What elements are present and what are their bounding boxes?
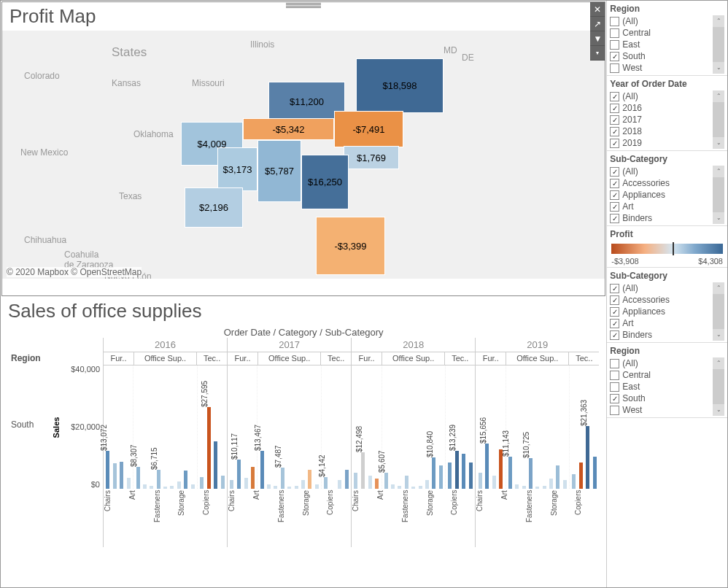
bar-mark[interactable]: $12,498: [361, 452, 365, 489]
filter-item[interactable]: Central: [610, 27, 713, 39]
state-mark[interactable]: $1,769: [344, 146, 399, 169]
checkbox-icon[interactable]: [610, 63, 619, 73]
bar-mark[interactable]: [405, 476, 408, 489]
bar-mark[interactable]: [556, 465, 559, 489]
bar-mark[interactable]: $7,487: [281, 468, 284, 489]
checkbox-icon[interactable]: [610, 127, 619, 136]
bar-mark[interactable]: [308, 470, 311, 489]
state-mark[interactable]: $3,173: [217, 147, 257, 191]
bar-mark[interactable]: [593, 457, 597, 489]
filter-icon[interactable]: ▼: [590, 31, 605, 46]
filter-item[interactable]: Appliances: [610, 306, 713, 317]
bar-mark[interactable]: $13,072: [106, 451, 109, 489]
scroll-up-icon[interactable]: ⌃: [713, 357, 724, 369]
bar-mark[interactable]: $10,840: [432, 457, 435, 489]
close-icon[interactable]: ✕: [590, 2, 605, 17]
scrollbar-thumb[interactable]: [713, 102, 724, 137]
scroll-up-icon[interactable]: ⌃: [713, 15, 724, 27]
bar-mark[interactable]: [368, 476, 372, 489]
map-canvas[interactable]: StatesColoradoKansasMissouriIllinoisWest…: [2, 31, 605, 279]
bar-mark[interactable]: [127, 478, 131, 489]
bar-mark[interactable]: [184, 471, 187, 489]
filter-item[interactable]: West: [610, 62, 713, 74]
filter-item[interactable]: Art: [610, 201, 713, 212]
filter-item[interactable]: 2019: [610, 137, 713, 149]
scroll-up-icon[interactable]: ⌃: [713, 90, 724, 102]
checkbox-icon[interactable]: [610, 295, 619, 305]
checkbox-icon[interactable]: [610, 190, 619, 200]
filter-item[interactable]: East: [610, 381, 713, 392]
filter-item[interactable]: East: [610, 39, 713, 50]
filter-item[interactable]: West: [610, 404, 713, 416]
checkbox-icon[interactable]: [610, 319, 619, 328]
bar-mark[interactable]: [301, 480, 305, 489]
bar-mark[interactable]: [120, 462, 123, 489]
scroll-down-icon[interactable]: ⌄: [713, 137, 724, 149]
bar-mark[interactable]: $13,239: [455, 451, 459, 489]
checkbox-icon[interactable]: [610, 167, 619, 177]
bar-mark[interactable]: [214, 441, 217, 489]
bar-mark[interactable]: [375, 479, 379, 489]
state-mark[interactable]: $18,598: [356, 58, 444, 113]
share-icon[interactable]: ↗: [590, 17, 605, 31]
state-mark[interactable]: -$5,342: [243, 118, 334, 140]
bar-mark[interactable]: $15,656: [485, 444, 489, 489]
scrollbar-thumb[interactable]: [713, 177, 724, 212]
bar-mark[interactable]: [425, 480, 429, 489]
scroll-down-icon[interactable]: ⌄: [713, 212, 724, 224]
bar-mark[interactable]: [469, 463, 473, 489]
bar-mark[interactable]: $8,307: [136, 467, 140, 489]
state-mark[interactable]: $16,250: [301, 155, 349, 209]
filter-item[interactable]: 2017: [610, 114, 713, 125]
filter-item[interactable]: Art: [610, 317, 713, 329]
bar-mark[interactable]: [439, 465, 443, 489]
bar-mark[interactable]: $11,143: [508, 457, 512, 489]
bar-mark[interactable]: [345, 470, 349, 489]
filter-item[interactable]: Appliances: [610, 189, 713, 201]
checkbox-icon[interactable]: [610, 359, 619, 368]
bar-mark[interactable]: [579, 463, 583, 489]
checkbox-icon[interactable]: [610, 139, 619, 148]
filter-item[interactable]: 2018: [610, 125, 713, 137]
checkbox-icon[interactable]: [610, 382, 619, 392]
filter-item[interactable]: Binders: [610, 212, 713, 224]
checkbox-icon[interactable]: [610, 406, 619, 415]
checkbox-icon[interactable]: [610, 330, 619, 340]
checkbox-icon[interactable]: [610, 371, 619, 380]
bar-mark[interactable]: [221, 476, 225, 489]
filter-item[interactable]: South: [610, 50, 713, 62]
bar-mark[interactable]: $10,117: [237, 460, 241, 489]
checkbox-icon[interactable]: [610, 179, 619, 188]
checkbox-icon[interactable]: [610, 394, 619, 403]
scroll-up-icon[interactable]: ⌃: [713, 282, 724, 294]
bar-mark[interactable]: $21,363: [586, 426, 589, 489]
scroll-down-icon[interactable]: ⌄: [713, 329, 724, 341]
bar-mark[interactable]: $13,467: [260, 451, 264, 489]
bar-mark[interactable]: [244, 478, 248, 489]
bar-mark[interactable]: $5,607: [384, 473, 388, 489]
bar-mark[interactable]: [354, 473, 357, 489]
filter-item[interactable]: Accessories: [610, 294, 713, 306]
filter-item[interactable]: (All): [610, 166, 713, 177]
bar-mark[interactable]: [338, 480, 341, 489]
state-mark[interactable]: $2,196: [185, 187, 243, 228]
checkbox-icon[interactable]: [610, 28, 619, 38]
filter-item[interactable]: 2016: [610, 102, 713, 114]
checkbox-icon[interactable]: [610, 52, 619, 61]
checkbox-icon[interactable]: [610, 92, 619, 101]
scroll-down-icon[interactable]: ⌄: [713, 62, 724, 74]
state-mark[interactable]: $5,787: [257, 140, 301, 202]
filter-item[interactable]: Central: [610, 369, 713, 381]
bar-mark[interactable]: [230, 480, 233, 489]
checkbox-icon[interactable]: [610, 202, 619, 212]
bar-mark[interactable]: [549, 479, 553, 489]
bar-mark[interactable]: [479, 473, 482, 489]
bar-mark[interactable]: [251, 467, 255, 489]
bar-mark[interactable]: $10,725: [529, 458, 533, 489]
filter-item[interactable]: Accessories: [610, 177, 713, 189]
filter-item[interactable]: (All): [610, 282, 713, 294]
bar-mark[interactable]: $27,595: [207, 407, 211, 489]
bar-mark[interactable]: $4,142: [324, 477, 328, 489]
bar-mark[interactable]: [563, 480, 567, 489]
bar-mark[interactable]: [200, 477, 204, 489]
